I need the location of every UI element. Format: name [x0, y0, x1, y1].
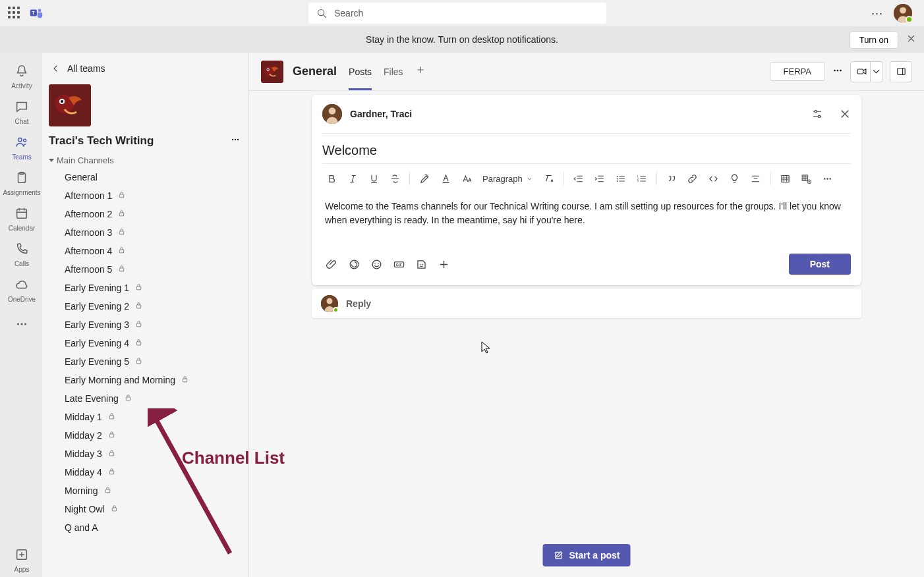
strike-button[interactable] — [386, 169, 404, 188]
current-user-avatar[interactable] — [894, 4, 912, 22]
more-extensions-button[interactable] — [434, 255, 453, 273]
rail-more[interactable] — [0, 308, 42, 343]
assignments-icon — [14, 171, 29, 188]
message-body-input[interactable]: Welcome to the Teams channels for our Te… — [312, 193, 861, 247]
channel-label: Early Evening 1 — [65, 283, 129, 293]
channel-item[interactable]: Afternoon 2 — [42, 205, 248, 223]
channel-item[interactable]: Early Evening 4 — [42, 334, 248, 352]
subject-input[interactable]: Welcome — [312, 134, 861, 163]
bold-button[interactable] — [322, 169, 341, 188]
insert-idea-button[interactable] — [726, 169, 744, 188]
highlight-button[interactable] — [415, 169, 434, 188]
back-to-all-teams[interactable]: All teams — [42, 53, 248, 84]
link-button[interactable] — [683, 169, 702, 188]
insert-table-button[interactable] — [776, 169, 795, 188]
channel-item[interactable]: Early Morning and Morning — [42, 371, 248, 389]
paragraph-style-select[interactable]: Paragraph — [478, 174, 537, 184]
toolbar-more-button[interactable] — [819, 169, 837, 188]
lock-icon — [117, 227, 126, 238]
bulleted-list-button[interactable] — [612, 169, 630, 188]
channel-avatar — [261, 61, 283, 83]
code-button[interactable] — [705, 169, 723, 188]
underline-button[interactable] — [364, 169, 383, 188]
decrease-indent-button[interactable] — [569, 169, 588, 188]
team-more-button[interactable] — [230, 134, 241, 148]
presence-indicator — [333, 307, 339, 313]
header-extension-button[interactable]: FERPA — [770, 62, 825, 81]
channel-section-toggle[interactable]: Main Channels — [42, 153, 248, 168]
channel-item[interactable]: Early Evening 5 — [42, 352, 248, 371]
channel-item[interactable]: Afternoon 1 — [42, 186, 248, 205]
channel-label: General — [65, 172, 98, 182]
channel-item[interactable]: Early Evening 3 — [42, 316, 248, 334]
clear-format-button[interactable] — [540, 169, 558, 188]
channel-item[interactable]: Afternoon 5 — [42, 260, 248, 279]
rail-apps[interactable]: Apps — [0, 543, 42, 577]
lock-icon — [124, 393, 132, 404]
channel-item[interactable]: Early Evening 2 — [42, 297, 248, 316]
close-compose-icon[interactable] — [839, 108, 851, 120]
rail-chat[interactable]: Chat — [0, 95, 42, 129]
lock-icon — [134, 338, 143, 348]
add-tab-button[interactable] — [415, 65, 426, 78]
section-label: Main Channels — [57, 155, 114, 165]
channel-item[interactable]: Midday 2 — [42, 426, 248, 445]
app-launcher-icon[interactable] — [8, 7, 21, 20]
numbered-list-button[interactable] — [633, 169, 651, 188]
tab-files[interactable]: Files — [384, 53, 403, 90]
lock-icon — [107, 449, 116, 459]
start-a-post-button[interactable]: Start a post — [542, 544, 630, 566]
tab-posts[interactable]: Posts — [349, 53, 372, 90]
channel-item[interactable]: Midday 4 — [42, 463, 248, 481]
channel-label: Night Owl — [65, 504, 105, 514]
meet-button[interactable] — [850, 61, 883, 82]
chevron-left-icon — [51, 64, 61, 73]
post-button[interactable]: Post — [789, 254, 851, 275]
emoji-button[interactable] — [367, 255, 386, 273]
font-size-button[interactable] — [457, 169, 476, 188]
rail-onedrive[interactable]: OneDrive — [0, 273, 42, 307]
font-color-button[interactable] — [436, 169, 455, 188]
channel-item[interactable]: Late Evening — [42, 389, 248, 408]
more-icon — [14, 317, 29, 334]
channel-item[interactable]: General — [42, 168, 248, 186]
channel-item[interactable]: Afternoon 4 — [42, 242, 248, 260]
reply-input[interactable]: Reply — [312, 289, 861, 318]
search-input[interactable]: Search — [308, 3, 606, 24]
channel-item[interactable]: Q and A — [42, 518, 248, 537]
italic-button[interactable] — [343, 169, 362, 188]
insert-table-plus-button[interactable] — [797, 169, 816, 188]
header-more-button[interactable] — [832, 65, 844, 79]
open-panel-button[interactable] — [890, 61, 912, 82]
attach-button[interactable] — [322, 255, 341, 273]
post-options-icon[interactable] — [811, 108, 823, 120]
author-avatar — [322, 104, 342, 124]
loop-component-button[interactable] — [345, 255, 363, 273]
channel-item[interactable]: Midday 3 — [42, 445, 248, 463]
increase-indent-button[interactable] — [591, 169, 609, 188]
align-button[interactable] — [747, 169, 765, 188]
turn-on-notifications-button[interactable]: Turn on — [850, 31, 898, 49]
panel-icon — [896, 66, 907, 77]
lock-icon — [117, 246, 126, 256]
channel-label: Early Evening 3 — [65, 319, 129, 330]
team-avatar[interactable] — [49, 84, 91, 126]
dismiss-notification-button[interactable] — [906, 34, 916, 45]
rail-teams[interactable]: Teams — [0, 130, 42, 165]
lock-icon — [107, 467, 116, 478]
channel-item[interactable]: Midday 1 — [42, 408, 248, 426]
quote-button[interactable] — [662, 169, 681, 188]
sticker-button[interactable] — [412, 255, 430, 273]
channel-item[interactable]: Early Evening 1 — [42, 279, 248, 297]
rail-assignments[interactable]: Assignments — [0, 166, 42, 200]
channel-item[interactable]: Night Owl — [42, 500, 248, 518]
settings-more-icon[interactable]: ··· — [871, 7, 883, 20]
channel-item[interactable]: Afternoon 3 — [42, 223, 248, 242]
rail-calls[interactable]: Calls — [0, 237, 42, 271]
rail-activity[interactable]: Activity — [0, 59, 42, 94]
channel-item[interactable]: Morning — [42, 481, 248, 500]
channel-label: Afternoon 3 — [65, 227, 112, 238]
lock-icon — [117, 209, 126, 219]
rail-calendar[interactable]: Calendar — [0, 202, 42, 236]
gif-button[interactable] — [390, 255, 408, 273]
